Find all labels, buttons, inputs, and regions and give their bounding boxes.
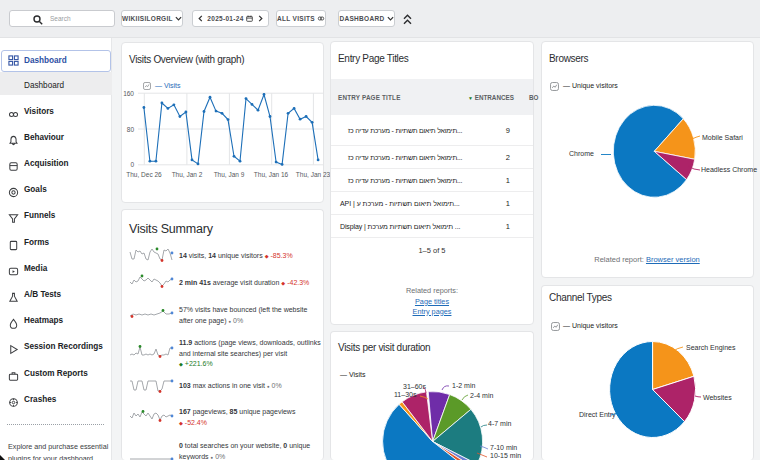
svg-text:Search Engines: Search Engines — [686, 344, 736, 352]
svg-text:7-10 min: 7-10 min — [490, 444, 517, 451]
svg-text:2-4 min: 2-4 min — [470, 392, 493, 399]
svg-text:1-2 min: 1-2 min — [452, 382, 475, 389]
svg-text:Direct Entry: Direct Entry — [579, 411, 616, 419]
svg-text:4-7 min: 4-7 min — [488, 420, 511, 427]
svg-text:31–60s: 31–60s — [403, 383, 426, 390]
svg-text:11–30s: 11–30s — [394, 391, 417, 398]
svg-text:10-15 min: 10-15 min — [490, 452, 521, 459]
svg-text:Websites: Websites — [703, 394, 732, 401]
